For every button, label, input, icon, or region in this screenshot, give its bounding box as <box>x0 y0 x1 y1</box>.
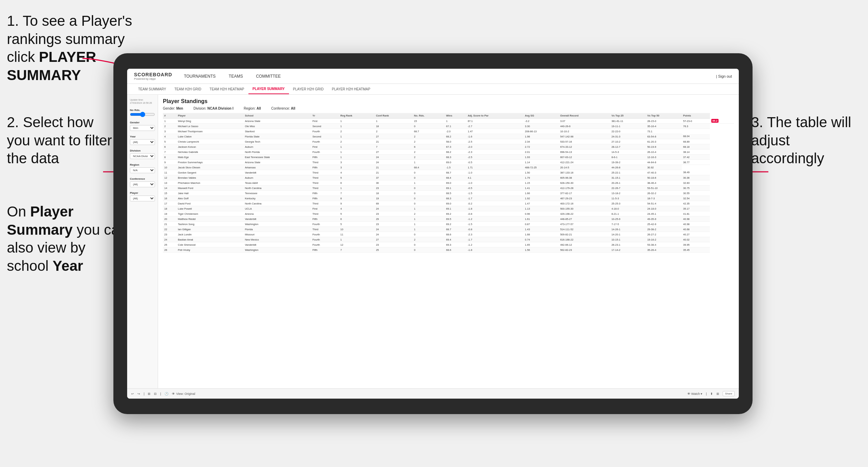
col-player: Player <box>177 113 244 119</box>
paste-icon[interactable]: ⊟ <box>154 392 157 396</box>
separator2: | <box>160 392 161 396</box>
division-section: Division NCAA Division I <box>130 149 155 159</box>
table-row: 16Alex GoffKentuckyFifth819068.3-1.71.92… <box>163 196 734 201</box>
filter-conference: Conference: All <box>271 107 295 110</box>
clock-icon: 🕐 <box>165 392 168 396</box>
table-title: Player Standings <box>163 98 734 104</box>
table-header-row: # Player School Yr Reg Rank Conf Rank No… <box>163 113 734 119</box>
table-body: 1Wenyi DingArizona StateFirst1115167.1-3… <box>163 119 734 253</box>
sub-nav: TEAM SUMMARY TEAM H2H GRID TEAM H2H HEAT… <box>127 84 739 95</box>
col-rank: # <box>163 113 177 119</box>
division-select[interactable]: NCAA Division I <box>130 153 155 159</box>
table-row: 19Tiger ChristensenArizonaThird523269.2-… <box>163 211 734 216</box>
logo-main: SCOREBOARD <box>134 72 172 77</box>
year-select[interactable]: (All) <box>130 139 155 145</box>
table-row: 23Jack LundinMissouriFourth1124068.6-2.3… <box>163 232 734 237</box>
bottom-toolbar: ↩ ↪ | ⊞ ⊟ | 🕐 👁 View: Original 👁 Watch ▾… <box>127 388 739 399</box>
separator3: | <box>706 392 706 396</box>
subnav-player-summary[interactable]: PLAYER SUMMARY <box>248 84 289 94</box>
copy-icon[interactable]: ⊞ <box>148 392 151 396</box>
view-selector[interactable]: 👁 View: Original <box>172 392 195 396</box>
subnav-player-h2h-grid[interactable]: PLAYER H2H GRID <box>289 84 328 94</box>
export-icon[interactable]: ⬆ <box>710 392 713 396</box>
separator1: | <box>144 392 144 396</box>
tablet-screen: SCOREBOARD Powered by clippi TOURNAMENTS… <box>127 69 739 399</box>
table-row: 17David FordNorth CarolinaThird969069.0-… <box>163 201 734 206</box>
no-rds-section: No Rds. <box>130 109 155 117</box>
gender-section: Gender Men <box>130 121 155 131</box>
subnav-team-summary[interactable]: TEAM SUMMARY <box>134 84 170 94</box>
nav-teams[interactable]: TEAMS <box>227 74 244 79</box>
table-row: 11Gordon SargentVanderbiltThird421068.7-… <box>163 170 734 175</box>
col-vs-top-25: Vs Top 25 <box>610 113 646 119</box>
table-area: Player Standings Gender: Men Division: N… <box>158 95 739 388</box>
col-reg-rank: Reg Rank <box>339 113 375 119</box>
sidebar: Update time: 27/03/2024 16:56:26 No Rds.… <box>127 95 158 388</box>
col-school: School <box>244 113 311 119</box>
table-row: 8Mats EgeEast Tennessee StateFifth124268… <box>163 155 734 160</box>
instruction-step2: 2. Select how you want to filter the dat… <box>7 113 117 168</box>
subnav-player-h2h-heatmap[interactable]: PLAYER H2H HEATMAP <box>328 84 375 94</box>
col-adj-score: Adj. Score to Par <box>466 113 523 119</box>
table-row: 20Matthew RiedelVanderbiltFifth629169.5-… <box>163 216 734 222</box>
col-wins: Wins <box>445 113 466 119</box>
table-row: 26Petr HrubyWashingtonFifth725068.6-1.81… <box>163 247 734 253</box>
subnav-team-h2h-grid[interactable]: TEAM H2H GRID <box>170 84 205 94</box>
region-select[interactable]: N/A <box>130 167 155 173</box>
table-row: 21Tashiron SongWashingtonFourth523169.2-… <box>163 222 734 227</box>
grid-icon[interactable]: ⊞ <box>716 392 719 396</box>
region-section: Region N/A <box>130 163 155 173</box>
share-btn[interactable]: Share <box>723 391 735 396</box>
table-row: 25Cole SherwoodVanderbiltFourth1223069.3… <box>163 242 734 247</box>
redo-icon[interactable]: ↪ <box>137 392 140 396</box>
nav-committee[interactable]: COMMITTEE <box>255 74 282 79</box>
no-rds-slider[interactable] <box>130 113 155 116</box>
nav-right: | Sign out <box>716 74 732 78</box>
table-row: 6Jackson KoivunAuburnFirst17667.3-2.02.7… <box>163 144 734 149</box>
table-filters: Gender: Men Division: NCAA Division I Re… <box>163 107 734 110</box>
table-row: 4Luke ClatonFlorida StateSecond127268.2-… <box>163 134 734 139</box>
table-row: 2Michael Le SassoOle MissSecond118067.1-… <box>163 124 734 129</box>
logo-sub: Powered by clippi <box>134 77 172 80</box>
table-row: 3Michael ThorbjornsenStanfordFourth2268.… <box>163 129 734 134</box>
col-conf-rank: Conf Rank <box>375 113 413 119</box>
undo-icon[interactable]: ↩ <box>131 392 134 396</box>
nav-bar: SCOREBOARD Powered by clippi TOURNAMENTS… <box>127 69 739 84</box>
table-row: 10Jacob Skov-OlesenArkansasFifth32168.4-… <box>163 165 734 170</box>
table-row: 14Maxwell FordNorth CarolinaThird123069.… <box>163 186 734 191</box>
table-row: 5Christo LamprechtGeorgia TechFourth2212… <box>163 139 734 144</box>
col-yr: Yr <box>311 113 339 119</box>
col-points: Points <box>682 113 710 119</box>
gender-select[interactable]: Men <box>130 125 155 131</box>
watch-btn[interactable]: 👁 Watch ▾ <box>687 392 702 396</box>
instruction-step3: 3. The table will adjust accordingly <box>751 113 861 168</box>
table-row: 7Nicholas GabrielkNorth FloridaFourth127… <box>163 149 734 155</box>
table-row: 12Brendan ValdesAuburnThird537068.44.11.… <box>163 175 734 180</box>
player-section: Player (All) <box>130 191 155 201</box>
sign-out-link[interactable]: | Sign out <box>716 74 732 78</box>
nav-items: TOURNAMENTS TEAMS COMMITTEE <box>182 74 716 79</box>
main-content: Update time: 27/03/2024 16:56:26 No Rds.… <box>127 95 739 388</box>
player-select[interactable]: (All) <box>130 196 155 201</box>
filter-gender: Gender: Men <box>163 107 183 110</box>
col-avg-sg: Avg SG <box>524 113 559 119</box>
year-section: Year (All) <box>130 135 155 145</box>
table-row: 13Phichaksn MaichonTexas A&MThird630169.… <box>163 180 734 186</box>
subnav-team-h2h-heatmap[interactable]: TEAM H2H HEATMAP <box>205 84 248 94</box>
nav-tournaments[interactable]: TOURNAMENTS <box>182 74 217 79</box>
table-row: 15Jake HallTennesseeFifth718068.5-1.51.6… <box>163 191 734 196</box>
conference-section: Conference (All) <box>130 177 155 187</box>
update-time: Update time: 27/03/2024 16:56:26 <box>130 98 155 104</box>
conference-select[interactable]: (All) <box>130 181 155 187</box>
col-overall-record: Overall Record <box>559 113 610 119</box>
table-row: 24Bastian AmatNew MexicoFourth127269.4-1… <box>163 237 734 242</box>
logo: SCOREBOARD Powered by clippi <box>134 72 172 80</box>
table-row: 1Wenyi DingArizona StateFirst1115167.1-3… <box>163 119 734 124</box>
instruction-note: On Player Summary you can also view by s… <box>7 203 131 275</box>
table-row: 22Ian GilliganFloridaThird1024168.7-0.81… <box>163 227 734 232</box>
col-vs-top-50: Vs Top 50 <box>646 113 682 119</box>
filter-division: Division: NCAA Division I <box>193 107 233 110</box>
col-no-rds: No. Rds. <box>413 113 445 119</box>
tablet: SCOREBOARD Powered by clippi TOURNAMENTS… <box>113 53 753 414</box>
table-row: 9Preston SummerhaysArizona StateThird324… <box>163 160 734 165</box>
